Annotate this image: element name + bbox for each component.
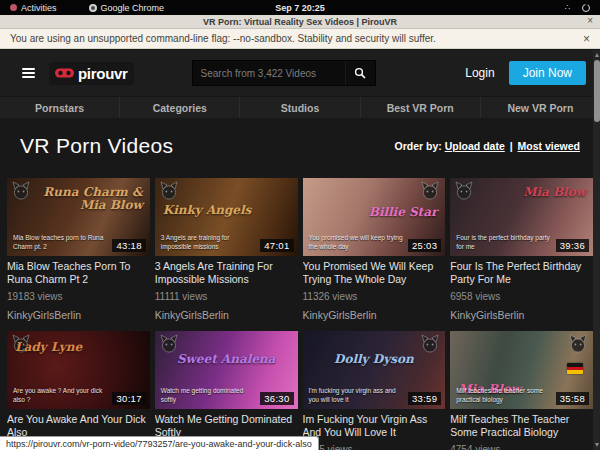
video-thumbnail[interactable]: Mia Blow Milf teaches the teacher some p… xyxy=(450,331,593,409)
studio-link[interactable]: KinkyGirlsBerlin xyxy=(450,309,593,321)
video-card: Lady Lyne Are you awake ? And your dick … xyxy=(7,331,150,450)
activities-button[interactable]: Activities xyxy=(10,3,57,13)
nav-item-categories[interactable]: Categories xyxy=(119,97,239,118)
scrollbar-up-arrow[interactable] xyxy=(595,53,599,57)
page-heading-row: VR Porn Videos Order by: Upload date | M… xyxy=(0,118,600,168)
duration-badge: 33:59 xyxy=(408,392,441,405)
video-grid: Runa Charm & Mia Blow Mia Blow teaches p… xyxy=(0,178,600,450)
video-thumbnail[interactable]: Mia Blow Four is the perfect birthday pa… xyxy=(450,178,593,256)
video-card: Dolly Dyson I'm fucking your virgin ass … xyxy=(303,331,446,450)
duration-badge: 30:17 xyxy=(112,392,145,405)
site-logo[interactable]: pirouvr xyxy=(49,62,134,85)
scrollbar-down-arrow[interactable] xyxy=(595,443,599,447)
chrome-infobar: You are using an unsupported command-lin… xyxy=(0,29,600,49)
chrome-app-menu[interactable]: Google Chrome xyxy=(89,3,165,13)
nav-item-new-vr-porn[interactable]: New VR Porn xyxy=(480,97,600,118)
scrollbar-thumb[interactable] xyxy=(594,60,600,122)
order-most-viewed-link[interactable]: Most viewed xyxy=(518,140,580,152)
chrome-icon xyxy=(89,4,97,12)
studio-cat-mask-icon xyxy=(420,181,440,201)
thumbnail-overlay-title: Runa Charm & Mia Blow xyxy=(21,186,142,212)
video-thumbnail[interactable]: Billie Star You promised we will keep tr… xyxy=(303,178,446,256)
login-link[interactable]: Login xyxy=(465,66,494,80)
search-button[interactable] xyxy=(345,61,375,85)
studio-link[interactable]: KinkyGirlsBerlin xyxy=(303,309,446,321)
video-thumbnail[interactable]: Dolly Dyson I'm fucking your virgin ass … xyxy=(303,331,446,409)
order-upload-date-link[interactable]: Upload date xyxy=(445,140,505,152)
screen: Activities Google Chrome Sep 7 20:25 ∴ V… xyxy=(0,0,600,450)
window-title: VR Porn: Virtual Reality Sex Videos | Pi… xyxy=(203,17,397,27)
video-thumbnail[interactable]: Sweet Analena Watch me getting dominated… xyxy=(155,331,298,409)
thumbnail-caption: You promised we will keep trying the who… xyxy=(309,234,404,252)
studio-link[interactable]: KinkyGirlsBerlin xyxy=(7,309,150,321)
activities-indicator-icon xyxy=(10,4,17,11)
studio-cat-mask-icon xyxy=(159,334,179,354)
thumbnail-caption: 3 Angels are training for impossible mis… xyxy=(161,234,256,252)
thumbnail-caption: Watch me getting dominated softly xyxy=(161,387,256,405)
scrollbar-track[interactable] xyxy=(593,50,600,450)
window-close-button[interactable]: × xyxy=(587,15,593,26)
video-views: 11111 views xyxy=(155,291,298,302)
thumbnail-overlay-title: Kinky Angels xyxy=(163,204,252,217)
thumbnail-overlay-title: Dolly Dyson xyxy=(303,353,446,366)
search-input[interactable] xyxy=(193,61,345,85)
duration-badge: 36:30 xyxy=(260,392,293,405)
system-top-bar: Activities Google Chrome Sep 7 20:25 ∴ xyxy=(0,0,600,15)
studio-cat-mask-icon xyxy=(454,181,474,201)
thumbnail-caption: Milf teaches the teacher some practical … xyxy=(456,387,551,405)
duration-badge: 39:36 xyxy=(556,239,589,252)
order-by-label: Order by: xyxy=(394,140,441,152)
power-icon[interactable] xyxy=(582,4,590,12)
infobar-message: You are using an unsupported command-lin… xyxy=(10,33,436,44)
studio-cat-mask-icon xyxy=(420,334,440,354)
thumbnail-caption: Four is the perfect birthday party for m… xyxy=(456,234,551,252)
page-viewport: pirouvr Login Join Now Pornstars Categor… xyxy=(0,50,600,450)
thumbnail-overlay-title: Sweet Analena xyxy=(155,353,298,366)
video-thumbnail[interactable]: Lady Lyne Are you awake ? And your dick … xyxy=(7,331,150,409)
video-views: 6958 views xyxy=(450,291,593,302)
video-title-link[interactable]: Im Fucking Your Virgin Ass And You Will … xyxy=(303,413,446,439)
duration-badge: 43:18 xyxy=(112,239,145,252)
german-flag xyxy=(567,363,583,374)
system-tray: ∴ xyxy=(565,4,590,12)
menu-hamburger-icon[interactable] xyxy=(22,68,35,78)
video-card: Billie Star You promised we will keep tr… xyxy=(303,178,446,321)
studio-cat-mask-icon xyxy=(568,334,588,354)
order-separator: | xyxy=(510,140,513,152)
video-views: 19183 views xyxy=(7,291,150,302)
site-header: pirouvr Login Join Now xyxy=(0,50,600,96)
main-nav: Pornstars Categories Studios Best VR Por… xyxy=(0,96,600,118)
video-title-link[interactable]: 3 Angels Are Training For Impossible Mis… xyxy=(155,260,298,286)
video-card: Mia Blow Milf teaches the teacher some p… xyxy=(450,331,593,450)
infobar-close-button[interactable]: × xyxy=(583,32,590,46)
duration-badge: 25:03 xyxy=(408,239,441,252)
studio-cat-mask-icon xyxy=(159,181,179,201)
duration-badge: 35:58 xyxy=(556,392,589,405)
duration-badge: 47:01 xyxy=(260,239,293,252)
video-card: Mia Blow Four is the perfect birthday pa… xyxy=(450,178,593,321)
network-icon[interactable]: ∴ xyxy=(565,4,570,12)
video-card: Sweet Analena Watch me getting dominated… xyxy=(155,331,298,450)
search-icon xyxy=(354,67,366,79)
video-card: Runa Charm & Mia Blow Mia Blow teaches p… xyxy=(7,178,150,321)
order-by: Order by: Upload date | Most viewed xyxy=(394,140,580,152)
studio-link[interactable]: KinkyGirlsBerlin xyxy=(155,309,298,321)
nav-item-studios[interactable]: Studios xyxy=(239,97,359,118)
clock[interactable]: Sep 7 20:25 xyxy=(275,3,325,13)
video-title-link[interactable]: Mia Blow Teaches Porn To Runa Charm Pt 2 xyxy=(7,260,150,286)
status-url-tooltip: https://pirouvr.com/vr-porn-video/779325… xyxy=(0,436,319,450)
activities-label: Activities xyxy=(21,3,57,13)
nav-item-pornstars[interactable]: Pornstars xyxy=(0,97,119,118)
join-now-button[interactable]: Join Now xyxy=(509,61,586,85)
site-logo-text: pirouvr xyxy=(78,65,128,82)
video-title-link[interactable]: Four Is The Perfect Birthday Party For M… xyxy=(450,260,593,286)
nav-item-best-vr-porn[interactable]: Best VR Porn xyxy=(360,97,480,118)
thumbnail-overlay-title: Billie Star xyxy=(369,206,438,219)
thumbnail-caption: I'm fucking your virgin ass and you will… xyxy=(309,387,404,405)
video-title-link[interactable]: Milf Teaches The Teacher Some Practical … xyxy=(450,413,593,439)
video-title-link[interactable]: You Promised We Will Keep Trying The Who… xyxy=(303,260,446,286)
video-thumbnail[interactable]: Runa Charm & Mia Blow Mia Blow teaches p… xyxy=(7,178,150,256)
video-views: 9795 views xyxy=(303,444,446,450)
video-thumbnail[interactable]: Kinky Angels 3 Angels are training for i… xyxy=(155,178,298,256)
window-title-bar: VR Porn: Virtual Reality Sex Videos | Pi… xyxy=(0,15,600,29)
